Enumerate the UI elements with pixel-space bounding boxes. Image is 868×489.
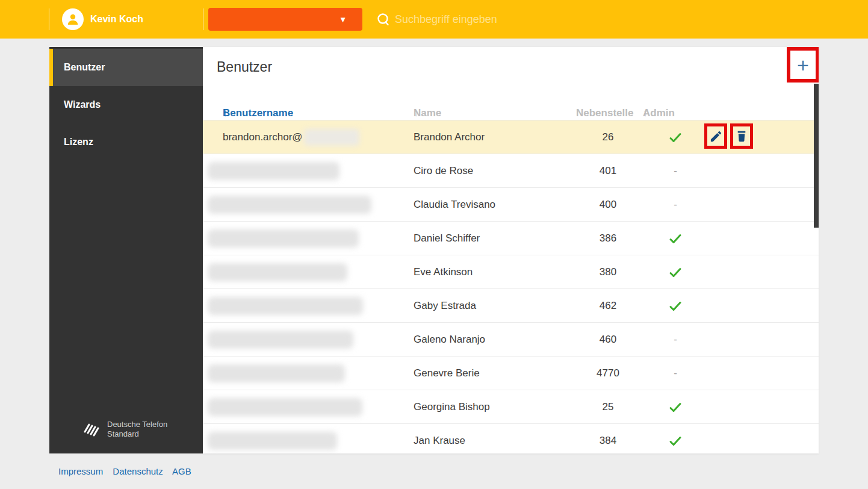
sidebar-item-label: Wizards [64, 99, 101, 110]
cell-name: Genevre Berie [414, 357, 480, 390]
column-label: Name [414, 107, 441, 119]
admin-check-icon [668, 399, 683, 415]
table-row[interactable]: Eve Atkinson380 [203, 255, 819, 289]
admin-check-icon [668, 298, 683, 314]
cell-name: Daniel Schiffer [414, 222, 480, 255]
table-row[interactable]: Galeno Naranjo460- [203, 323, 819, 357]
redacted-username [208, 162, 339, 180]
table-row[interactable]: brandon.archor@Brandon Archor26 [203, 120, 819, 154]
redacted-username [208, 398, 362, 416]
table-row[interactable]: Genevre Berie4770- [203, 357, 819, 390]
table-row[interactable]: Georgina Bishop25 [203, 390, 819, 424]
chevron-down-icon: ▼ [339, 15, 347, 24]
search-input[interactable] [395, 10, 648, 29]
logged-in-user: Kevin Koch [90, 0, 143, 39]
column-label: Admin [643, 107, 675, 119]
cell-name: Georgina Bishop [414, 390, 490, 424]
admin-check-icon [668, 433, 683, 449]
avatar[interactable] [62, 8, 84, 30]
cell-admin: - [639, 154, 711, 188]
cell-admin: - [639, 357, 711, 390]
footer: Impressum Datenschutz AGB [58, 466, 199, 476]
sidebar-item-label: Lizenz [64, 137, 93, 147]
table-header-row: ↑Benutzername ↑Name Nebenstelle ↑Admin [203, 90, 819, 120]
cell-admin: - [639, 323, 711, 357]
header-divider [49, 8, 49, 30]
admin-check-icon [668, 129, 683, 145]
app-header: Kevin Koch ▼ [0, 0, 868, 39]
cell-admin [639, 222, 711, 255]
redacted-username [208, 196, 371, 214]
admin-no-dash: - [674, 334, 677, 346]
cell-name: Brandon Archor [414, 120, 485, 154]
redacted-username [208, 364, 345, 382]
redacted-username [208, 331, 353, 349]
edit-user-button[interactable] [709, 129, 723, 143]
table-row[interactable]: Ciro de Rose401- [203, 154, 819, 188]
logo-stripes-icon [83, 420, 101, 438]
column-label: Benutzername [223, 107, 293, 119]
brand-line1: Deutsche Telefon [107, 420, 167, 429]
cell-name: Galeno Naranjo [414, 323, 485, 357]
sidebar-item-lizenz[interactable]: Lizenz [49, 123, 203, 161]
table-row[interactable]: Gaby Estrada462 [203, 289, 819, 323]
brand-logo: Deutsche Telefon Standard [83, 420, 167, 439]
delete-trash-icon [735, 129, 748, 143]
user-icon [66, 12, 80, 26]
annotation-box-delete [730, 123, 753, 149]
cell-admin [639, 255, 711, 289]
column-label: Nebenstelle [576, 107, 633, 119]
admin-check-icon [668, 231, 683, 246]
cell-name: Claudia Trevisano [414, 188, 495, 222]
admin-no-dash: - [674, 199, 677, 211]
user-table-body: brandon.archor@Brandon Archor26Ciro de R… [203, 120, 819, 453]
brand-line2: Standard [107, 429, 167, 439]
cell-admin [639, 289, 711, 323]
admin-no-dash: - [674, 165, 677, 177]
sidebar-item-wizards[interactable]: Wizards [49, 86, 203, 123]
page-title: Benutzer [217, 59, 272, 75]
footer-link-datenschutz[interactable]: Datenschutz [113, 466, 163, 476]
annotation-box-edit [704, 123, 727, 149]
add-user-button[interactable]: + [790, 51, 816, 79]
redacted-username [208, 297, 363, 315]
redacted-username [208, 263, 347, 281]
sidebar: Benutzer Wizards Lizenz Deutsche Telefon… [49, 47, 203, 453]
vertical-scrollbar[interactable] [814, 84, 819, 228]
account-dropdown[interactable]: ▼ [208, 8, 362, 31]
row-actions [704, 123, 756, 151]
table-row[interactable]: Claudia Trevisano400- [203, 188, 819, 222]
table-row[interactable]: Daniel Schiffer386 [203, 222, 819, 255]
edit-pencil-icon [709, 129, 723, 143]
delete-user-button[interactable] [735, 129, 748, 143]
cell-admin: - [639, 188, 711, 222]
annotation-box-add: + [787, 47, 819, 83]
sidebar-item-label: Benutzer [64, 62, 105, 72]
cell-name: Jan Krause [414, 424, 465, 453]
cell-name: Ciro de Rose [414, 154, 473, 188]
cell-name: Eve Atkinson [414, 255, 473, 289]
cell-admin [639, 424, 711, 453]
cell-benutzername: brandon.archor@ [223, 120, 359, 154]
search-icon [376, 11, 391, 30]
footer-link-agb[interactable]: AGB [172, 466, 191, 476]
header-divider [203, 8, 203, 30]
cell-admin [639, 120, 711, 154]
redacted-username [304, 129, 359, 146]
cell-admin [639, 390, 711, 424]
admin-check-icon [668, 264, 683, 280]
main-panel: Benutzer + ↑Benutzername ↑Name Nebenstel… [203, 47, 819, 453]
table-row[interactable]: Jan Krause384 [203, 424, 819, 453]
redacted-username [208, 229, 359, 248]
brand-name: Deutsche Telefon Standard [107, 420, 167, 439]
redacted-username [208, 432, 337, 450]
sidebar-item-benutzer[interactable]: Benutzer [49, 49, 203, 86]
footer-link-impressum[interactable]: Impressum [58, 466, 103, 476]
cell-name: Gaby Estrada [414, 289, 476, 323]
admin-no-dash: - [674, 367, 677, 379]
